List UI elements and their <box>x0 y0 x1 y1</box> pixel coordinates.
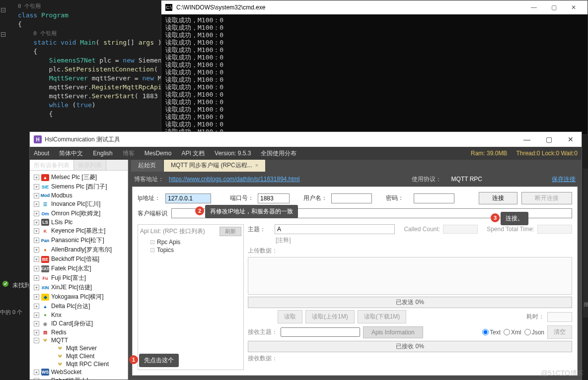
tab-start[interactable]: 起始页 <box>131 160 163 172</box>
connect-button[interactable]: 连接 <box>479 192 517 204</box>
device-node[interactable]: −ΨMQTT <box>30 336 128 344</box>
read-upload-button[interactable]: 读取(上传1M) <box>305 310 355 323</box>
read-download-button[interactable]: 读取(下载1M) <box>358 310 407 323</box>
device-node[interactable]: +●AllenBrandly[罗克韦尔] <box>30 245 128 254</box>
recv-progress: 已接收 0% <box>248 341 572 352</box>
device-node[interactable]: +▲Delta Plc[台达] <box>30 302 128 311</box>
device-node[interactable]: +◉ID Card[身份证] <box>30 319 128 328</box>
device-node[interactable]: +SIESiemens Plc [西门子] <box>30 182 128 191</box>
topic-label: 主题： <box>248 225 272 234</box>
device-node[interactable]: +▲Melsec Plc [三菱] <box>30 173 128 182</box>
minimize-button[interactable]: — <box>524 0 544 14</box>
device-node[interactable]: +PanPanasonic Plc[松下] <box>30 236 128 245</box>
device-node[interactable]: +XINXinJE Plc[信捷] <box>30 283 128 292</box>
radio-json[interactable]: Json <box>524 329 544 336</box>
menu-mes[interactable]: MesDemo <box>145 150 172 157</box>
callout-badge-3: 3 <box>491 213 500 222</box>
status-threads: Thread:0 Lock:0 Wait:0 <box>516 150 578 157</box>
device-tree[interactable]: +▲Melsec Plc [三菱]+SIESiemens Plc [西门子]+M… <box>30 171 128 380</box>
device-node[interactable]: +KKeyence Plc[基恩士] <box>30 226 128 236</box>
read-button[interactable]: 读取 <box>278 310 302 323</box>
recv-topic-input[interactable] <box>281 327 360 337</box>
menu-version: Version: 9.5.3 <box>215 150 251 157</box>
blog-url-link[interactable]: https://www.cnblogs.com/dathlin/p/116318… <box>169 176 299 183</box>
device-node[interactable]: +FATFatek Plc[永宏] <box>30 264 128 273</box>
menu-dist[interactable]: 全国使用分布 <box>261 149 296 158</box>
apis-info-button[interactable]: Apis Information <box>363 326 423 338</box>
sent-progress: 已发送 0% <box>248 297 572 308</box>
upload-label: 上传数据： <box>248 247 278 255</box>
time-box <box>547 312 572 322</box>
maximize-button[interactable]: ▢ <box>544 0 564 14</box>
disconnect-button: 断开连接 <box>521 192 572 204</box>
called-count-box <box>443 225 478 234</box>
menu-en[interactable]: English <box>93 150 112 157</box>
device-node[interactable]: +FuFuji Plc[富士] <box>30 273 128 283</box>
tab-mqtt-rpc[interactable]: MQTT 同步客户端 (RPC远程...× <box>164 160 265 172</box>
ip-label: Ip地址： <box>138 194 161 202</box>
device-node[interactable]: ΨMqtt Client <box>30 352 128 360</box>
tab-all-devices[interactable]: 所有设备列表 <box>30 160 74 170</box>
menu-blog[interactable]: 博客 <box>123 149 135 158</box>
callout-1: 先点击这个 <box>139 354 179 367</box>
cmd-titlebar[interactable]: C:\ C:\WINDOWS\system32\cmd.exe — ▢ ✕ <box>161 0 588 14</box>
editor-status: 未找到 <box>2 280 30 290</box>
minimize-button[interactable]: — <box>516 132 538 147</box>
fold-minus-icon[interactable] <box>1 8 5 12</box>
close-button[interactable]: ✕ <box>560 132 582 147</box>
cmd-output: 读取成功，M100：0读取成功，M100：0读取成功，M100：0读取成功，M1… <box>161 14 588 137</box>
spend-time-box <box>537 225 572 234</box>
device-node[interactable]: +▤Redis <box>30 328 128 336</box>
watermark: @51CTO博客 <box>541 369 584 378</box>
device-node[interactable]: ΨMqtt RPC Client <box>30 360 128 368</box>
tab-saved-list[interactable]: 保存列表 <box>74 160 106 170</box>
device-node[interactable]: +OmOmron Plc[欧姆龙] <box>30 209 128 218</box>
hsl-menubar: About 简体中文 English 博客 MesDemo API 文档 Ver… <box>30 147 582 160</box>
menu-about[interactable]: About <box>34 150 49 157</box>
api-item[interactable]: ⊡Rpc Apis <box>140 238 241 246</box>
data-panel: 主题： Called Count: Spend Total Time: [注释]… <box>248 224 572 370</box>
device-panel: 所有设备列表 保存列表 +▲Melsec Plc [三菱]+SIESiemens… <box>30 160 128 380</box>
radio-text[interactable]: Text <box>482 329 501 336</box>
api-tree[interactable]: ⊡Rpc Apis⊡Topics <box>140 238 241 368</box>
device-node[interactable]: +◆Yokogawa Plc[横河] <box>30 292 128 302</box>
port-input[interactable] <box>258 193 290 203</box>
save-conn-link[interactable]: 保存连接 <box>552 175 576 184</box>
device-node[interactable]: +●Knx <box>30 311 128 319</box>
device-node[interactable]: +◎Robot[机器人] <box>30 376 128 380</box>
api-panel: Api List: (RPC 接口列表) 刷新 ⊡Rpc Apis⊡Topics <box>138 224 244 370</box>
right-panel: 起始页 MQTT 同步客户端 (RPC远程...× 博客地址： https://… <box>128 160 582 380</box>
spend-time-label: Spend Total Time: <box>487 226 534 233</box>
user-input[interactable] <box>331 193 372 203</box>
menu-api[interactable]: API 文档 <box>181 149 205 158</box>
close-button[interactable]: ✕ <box>564 0 584 14</box>
device-node[interactable]: +WSWebSocket <box>30 368 128 376</box>
device-node[interactable]: +LSLSis Plc <box>30 218 128 226</box>
callout-2: 再修改IP地址，和服务器的一致 <box>205 205 298 218</box>
upload-textarea[interactable] <box>248 257 572 295</box>
hsl-window: H HslCommunication 测试工具 — ▢ ✕ About 简体中文… <box>29 131 582 380</box>
note-label: [注释] <box>276 236 291 245</box>
hsl-title: HslCommunication 测试工具 <box>45 135 120 144</box>
api-item[interactable]: ⊡Topics <box>140 246 241 254</box>
maximize-button[interactable]: ▢ <box>538 132 560 147</box>
api-head-label: Api List: (RPC 接口列表) <box>140 227 205 236</box>
called-count-label: Called Count: <box>404 226 440 233</box>
close-tab-icon[interactable]: × <box>255 162 258 168</box>
fold-gutter <box>1 8 7 91</box>
cmd-title-text: C:\WINDOWS\system32\cmd.exe <box>176 4 265 11</box>
device-node[interactable]: +ModModbus <box>30 191 128 199</box>
menu-cn[interactable]: 简体中文 <box>59 149 83 158</box>
fold-minus-icon[interactable] <box>1 32 5 37</box>
radio-xml[interactable]: Xml <box>504 329 521 336</box>
device-node[interactable]: +BEBeckhoff Plc[倍福] <box>30 254 128 264</box>
recv-data-label: 接收数据： <box>248 354 278 363</box>
refresh-button[interactable]: 刷新 <box>220 227 241 236</box>
device-node[interactable]: +☰Inovance Plc[汇川] <box>30 199 128 209</box>
pwd-input[interactable] <box>414 193 454 203</box>
clear-button[interactable]: 清空 <box>547 325 572 339</box>
device-node[interactable]: ΨMqtt Server <box>30 344 128 352</box>
topic-input[interactable] <box>275 224 395 234</box>
ip-input[interactable] <box>165 193 211 203</box>
hsl-titlebar[interactable]: H HslCommunication 测试工具 — ▢ ✕ <box>30 132 582 147</box>
